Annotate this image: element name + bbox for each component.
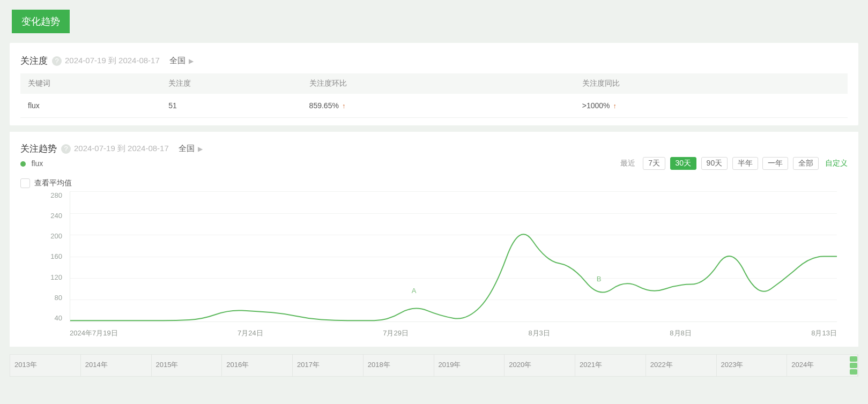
cell-mom: 859.65%↑ [302,94,575,118]
range-year[interactable]: 一年 [762,157,788,170]
range-all[interactable]: 全部 [793,157,819,170]
region-label: 全国 [179,144,195,153]
y-tick: 40 [55,314,62,322]
range-30d[interactable]: 30天 [670,157,697,170]
arrow-up-icon: ↑ [613,102,617,110]
cell-yoy: >1000%↑ [575,94,848,118]
range-7d[interactable]: 7天 [643,157,665,170]
timeline-year: 2017年 [293,355,363,376]
timeline-year: 2015年 [152,355,222,376]
x-axis: 2024年7月19日 7月24日 7月29日 8月3日 8月8日 8月13日 [70,328,837,338]
cell-attention: 51 [161,94,301,118]
x-tick: 8月3日 [528,328,550,338]
col-keyword: 关键词 [20,73,161,94]
x-tick: 8月13日 [811,328,837,338]
timeline-year: 2024年 [787,355,858,376]
timeline-year: 2022年 [646,355,717,376]
x-tick: 2024年7月19日 [70,328,118,338]
col-attention: 关注度 [161,73,301,94]
chevron-right-icon: ▶ [189,57,194,65]
x-tick: 7月29日 [383,328,409,338]
trend-date-range: 2024-07-19 到 2024-08-17 [74,144,169,154]
timeline-year: 2023年 [717,355,788,376]
plot-area[interactable]: A B [70,191,837,322]
attention-title: 关注度 [20,55,48,67]
region-label: 全国 [169,56,186,65]
timeline-year: 2021年 [575,355,646,376]
y-tick: 80 [55,294,62,302]
range-prefix: 最近 [620,159,635,167]
chevron-right-icon: ▶ [198,145,203,153]
trend-chart: 280 240 200 160 120 80 40 [20,191,848,341]
x-tick: 7月24日 [238,328,263,338]
timeline-handle-icon[interactable] [849,356,858,375]
help-icon[interactable]: ? [61,144,71,154]
timeline-year: 2016年 [222,355,293,376]
y-tick: 200 [50,232,62,240]
cell-keyword: flux [20,94,161,118]
trend-title: 关注趋势 [20,143,57,155]
y-tick: 240 [50,212,62,220]
avg-checkbox-label: 查看平均值 [34,178,72,188]
timeline-year: 2014年 [81,355,152,376]
trend-region[interactable]: 全国▶ [179,144,203,154]
range-90d[interactable]: 90天 [701,157,728,170]
attention-date-range: 2024-07-19 到 2024-08-17 [65,56,160,66]
range-selector: 最近 7天 30天 90天 半年 一年 全部 自定义 [620,157,848,170]
y-tick: 280 [50,191,62,199]
help-icon[interactable]: ? [52,56,62,66]
col-yoy: 关注度同比 [575,73,848,94]
timeline-year: 2013年 [10,355,81,376]
section-tag: 变化趋势 [12,10,70,33]
range-custom[interactable]: 自定义 [825,159,848,167]
legend-dot-icon [20,161,26,167]
timeline-year: 2019年 [434,355,505,376]
col-mom: 关注度环比 [302,73,575,94]
timeline-year: 2018年 [363,355,434,376]
range-half[interactable]: 半年 [732,157,758,170]
legend-series-label: flux [31,159,43,168]
trend-panel: 关注趋势 ? 2024-07-19 到 2024-08-17 全国▶ flux … [10,132,858,347]
table-row: flux 51 859.65%↑ >1000%↑ [20,94,848,118]
chart-annotation-B: B [597,275,602,283]
chart-annotation-A: A [412,287,417,295]
x-tick: 8月8日 [670,328,691,338]
timeline-year: 2020年 [505,355,575,376]
arrow-up-icon: ↑ [342,102,346,110]
y-tick: 120 [50,273,62,281]
timeline-scrubber[interactable]: 2013年 2014年 2015年 2016年 2017年 2018年 2019… [10,354,858,377]
legend: flux [20,159,43,168]
attention-table: 关键词 关注度 关注度环比 关注度同比 flux 51 859.65%↑ >10… [20,73,848,118]
avg-checkbox[interactable] [20,178,30,188]
attention-region[interactable]: 全国▶ [169,56,194,66]
y-axis: 280 240 200 160 120 80 40 [44,191,68,322]
attention-panel: 关注度 ? 2024-07-19 到 2024-08-17 全国▶ 关键词 关注… [10,43,858,125]
y-tick: 160 [50,252,62,260]
